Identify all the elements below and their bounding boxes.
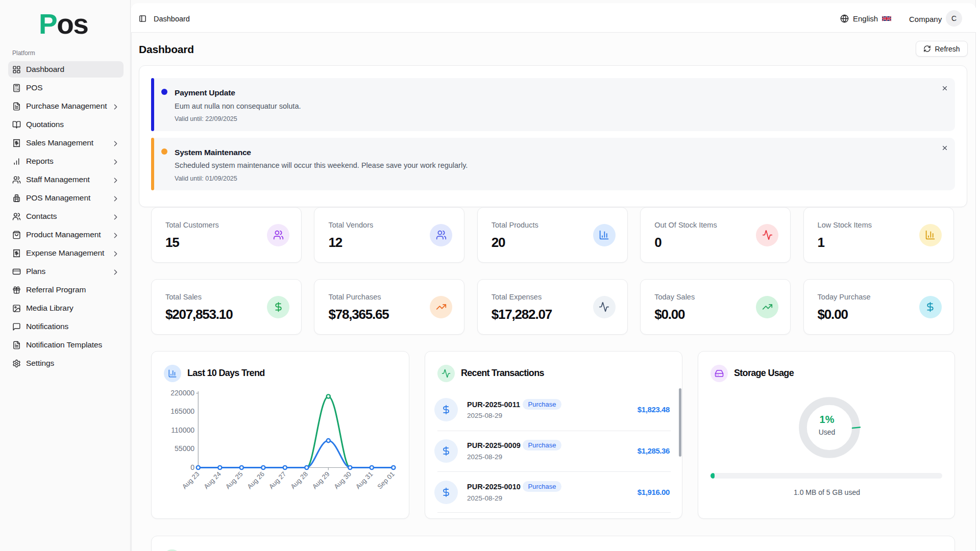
svg-text:Aug 25: Aug 25 [224, 470, 244, 491]
svg-text:Aug 29: Aug 29 [311, 470, 331, 491]
svg-text:220000: 220000 [170, 389, 194, 397]
svg-text:Aug 24: Aug 24 [202, 470, 223, 491]
svg-text:Aug 31: Aug 31 [354, 470, 375, 491]
svg-text:Aug 28: Aug 28 [289, 470, 309, 491]
svg-text:55000: 55000 [175, 444, 194, 453]
svg-text:Aug 27: Aug 27 [267, 470, 288, 491]
svg-text:Aug 30: Aug 30 [332, 470, 353, 491]
svg-text:0: 0 [190, 463, 194, 471]
svg-text:165000: 165000 [170, 407, 194, 415]
svg-text:Aug 26: Aug 26 [246, 470, 266, 491]
svg-text:110000: 110000 [171, 426, 194, 434]
svg-text:Aug 23: Aug 23 [181, 470, 201, 491]
svg-text:Sep 01: Sep 01 [376, 470, 396, 491]
